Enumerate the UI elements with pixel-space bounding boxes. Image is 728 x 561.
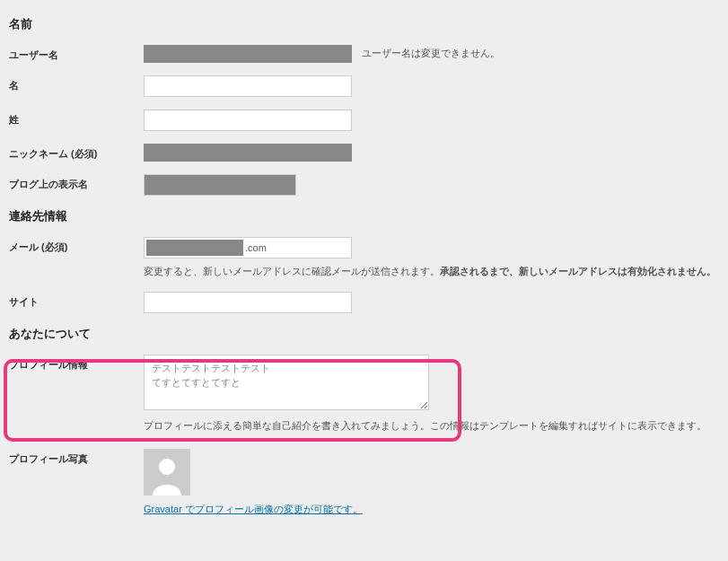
nickname-input[interactable] bbox=[144, 144, 352, 162]
label-displayname: ブログ上の表示名 bbox=[9, 174, 144, 191]
email-desc: 変更すると、新しいメールアドレスに確認メールが送信されます。承認されるまで、新し… bbox=[144, 264, 719, 279]
label-email: メール (必須) bbox=[9, 237, 144, 254]
row-nickname: ニックネーム (必須) bbox=[9, 144, 719, 162]
label-photo: プロフィール写真 bbox=[9, 449, 144, 466]
row-bio: プロフィール情報 プロフィールに添える簡単な自己紹介を書き入れてみましょう。この… bbox=[9, 355, 719, 434]
bio-textarea[interactable] bbox=[144, 355, 429, 410]
label-bio: プロフィール情報 bbox=[9, 355, 144, 372]
avatar bbox=[144, 449, 190, 495]
bio-desc: プロフィールに添える簡単な自己紹介を書き入れてみましょう。この情報はテンプレート… bbox=[144, 418, 719, 434]
svg-point-1 bbox=[159, 459, 175, 475]
row-website: サイト bbox=[9, 292, 719, 313]
label-nickname: ニックネーム (必須) bbox=[9, 144, 144, 161]
gravatar-link[interactable]: Gravatar でプロフィール画像の変更が可能です。 bbox=[144, 504, 363, 514]
section-about: あなたについて bbox=[9, 326, 719, 342]
lastname-input[interactable] bbox=[144, 110, 352, 131]
email-masked bbox=[146, 240, 243, 256]
label-firstname: 名 bbox=[9, 75, 144, 92]
row-lastname: 姓 bbox=[9, 110, 719, 131]
label-lastname: 姓 bbox=[9, 110, 144, 127]
displayname-select[interactable] bbox=[144, 174, 296, 196]
website-input[interactable] bbox=[144, 292, 352, 313]
email-input[interactable]: .com bbox=[144, 237, 352, 259]
username-hint: ユーザー名は変更できません。 bbox=[362, 48, 500, 58]
row-firstname: 名 bbox=[9, 75, 719, 97]
section-contact: 連絡先情報 bbox=[9, 208, 719, 224]
avatar-icon bbox=[144, 449, 190, 495]
label-username: ユーザー名 bbox=[9, 45, 144, 62]
row-photo: プロフィール写真 Gravatar でプロフィール画像の変更が可能です。 bbox=[9, 449, 719, 516]
firstname-input[interactable] bbox=[144, 75, 352, 97]
label-website: サイト bbox=[9, 292, 144, 309]
email-domain: .com bbox=[245, 242, 267, 253]
row-username: ユーザー名 ユーザー名は変更できません。 bbox=[9, 45, 719, 63]
row-email: メール (必須) .com 変更すると、新しいメールアドレスに確認メールが送信さ… bbox=[9, 237, 719, 279]
section-name: 名前 bbox=[9, 16, 719, 32]
row-displayname: ブログ上の表示名 bbox=[9, 174, 719, 196]
username-input[interactable] bbox=[144, 45, 352, 63]
